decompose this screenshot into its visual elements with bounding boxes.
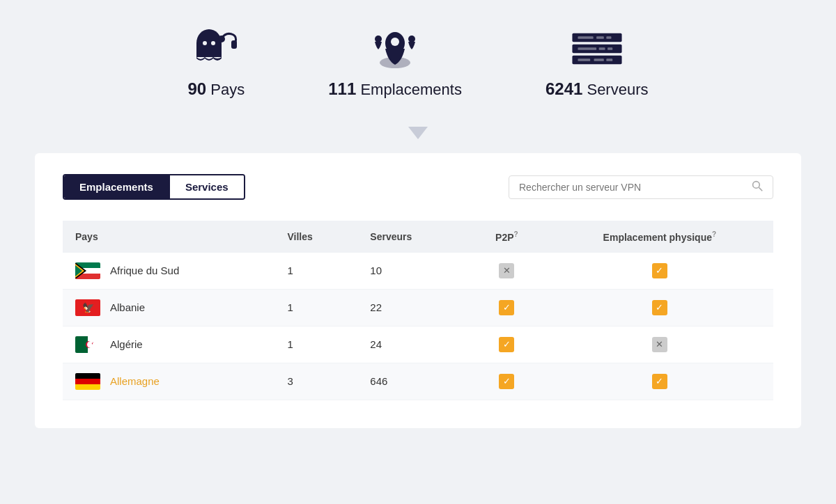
server-table: Pays Villes Serveurs P2P? Emplacement ph…	[63, 221, 773, 400]
ghost-headset-icon	[188, 28, 244, 70]
svg-line-24	[759, 187, 762, 191]
cell-physique: ✓	[546, 363, 773, 400]
table-row: Algérie 1 24 ✓ ✕	[63, 326, 773, 363]
server-rack-icon	[569, 28, 625, 70]
svg-rect-19	[607, 47, 612, 50]
p2p-yes-icon: ✓	[499, 374, 514, 389]
svg-rect-15	[596, 36, 604, 39]
cell-p2p: ✓	[467, 326, 546, 363]
cell-p2p: ✓	[467, 363, 546, 400]
flag-icon	[75, 373, 100, 390]
physique-yes-icon: ✓	[652, 374, 667, 389]
cell-physique: ✓	[546, 253, 773, 290]
stats-section: 90 Pays 111 Emplacements	[0, 0, 836, 120]
country-name: Algérie	[110, 338, 143, 350]
country-link[interactable]: Allemagne	[110, 375, 160, 387]
search-box	[509, 175, 773, 199]
p2p-yes-icon: ✓	[499, 337, 514, 352]
svg-point-10	[408, 36, 415, 42]
cell-serveurs: 22	[357, 289, 467, 326]
col-pays: Pays	[63, 221, 274, 253]
map-pin-icon	[367, 28, 423, 70]
svg-rect-16	[606, 36, 611, 39]
cell-physique: ✕	[546, 326, 773, 363]
stat-serveurs: 6241 Serveurs	[545, 28, 649, 99]
table-header-row: Pays Villes Serveurs P2P? Emplacement ph…	[63, 221, 773, 253]
cell-villes: 1	[274, 289, 357, 326]
svg-rect-38	[75, 373, 100, 379]
cell-physique: ✓	[546, 289, 773, 326]
search-icon[interactable]	[752, 180, 763, 194]
cell-p2p: ✕	[467, 253, 546, 290]
svg-point-8	[391, 38, 399, 46]
tab-emplacements[interactable]: Emplacements	[64, 175, 169, 198]
physique-yes-icon: ✓	[652, 263, 667, 278]
stat-serveurs-label: 6241 Serveurs	[545, 79, 649, 99]
cell-serveurs: 24	[357, 326, 467, 363]
col-p2p: P2P?	[467, 221, 546, 253]
cell-villes: 1	[274, 326, 357, 363]
physique-no-icon: ✕	[652, 337, 667, 352]
svg-point-23	[753, 181, 760, 188]
stat-pays-label: 90 Pays	[188, 79, 245, 99]
main-content: Emplacements Services Pays Villes Serveu…	[35, 153, 801, 428]
controls-row: Emplacements Services	[63, 174, 773, 200]
svg-point-3	[211, 41, 215, 45]
cell-pays: Afrique du Sud	[63, 253, 274, 290]
svg-rect-39	[75, 379, 100, 384]
stat-emplacements: 111 Emplacements	[328, 28, 462, 99]
table-row: 🦅 Albanie 1 22 ✓ ✓	[63, 289, 773, 326]
stat-pays: 90 Pays	[188, 28, 245, 99]
table-row: Afrique du Sud 1 10 ✕ ✓	[63, 253, 773, 290]
search-input[interactable]	[519, 182, 752, 193]
cell-pays: Allemagne	[63, 363, 274, 400]
cell-pays: Algérie	[63, 326, 274, 363]
svg-rect-1	[196, 43, 222, 57]
svg-rect-21	[594, 58, 603, 61]
svg-text:🦅: 🦅	[82, 302, 95, 314]
col-villes: Villes	[274, 221, 357, 253]
col-serveurs: Serveurs	[357, 221, 467, 253]
cell-pays: 🦅 Albanie	[63, 289, 274, 326]
p2p-yes-icon: ✓	[499, 300, 514, 315]
svg-point-2	[203, 41, 207, 45]
flag-icon: 🦅	[75, 299, 100, 316]
svg-rect-14	[578, 36, 593, 39]
country-name: Albanie	[110, 301, 145, 313]
p2p-no-icon: ✕	[499, 263, 514, 278]
stat-emplacements-label: 111 Emplacements	[328, 79, 462, 99]
flag-icon	[75, 336, 100, 353]
svg-point-36	[87, 341, 94, 348]
svg-rect-18	[598, 47, 605, 50]
flag-icon	[75, 262, 100, 279]
tab-services[interactable]: Services	[169, 175, 244, 198]
cell-villes: 3	[274, 363, 357, 400]
svg-rect-22	[606, 58, 612, 61]
table-row: Allemagne 3 646 ✓ ✓	[63, 363, 773, 400]
svg-point-9	[375, 36, 382, 42]
svg-rect-4	[231, 40, 237, 49]
col-physique: Emplacement physique?	[546, 221, 773, 253]
tab-group: Emplacements Services	[63, 174, 245, 200]
physique-yes-icon: ✓	[652, 300, 667, 315]
cell-p2p: ✓	[467, 289, 546, 326]
country-name: Afrique du Sud	[110, 265, 179, 276]
cell-serveurs: 646	[357, 363, 467, 400]
divider-arrow	[0, 120, 836, 153]
svg-rect-20	[578, 58, 590, 61]
svg-point-5	[218, 36, 225, 42]
svg-rect-40	[75, 384, 100, 390]
cell-villes: 1	[274, 253, 357, 290]
svg-rect-17	[578, 47, 596, 50]
cell-serveurs: 10	[357, 253, 467, 290]
